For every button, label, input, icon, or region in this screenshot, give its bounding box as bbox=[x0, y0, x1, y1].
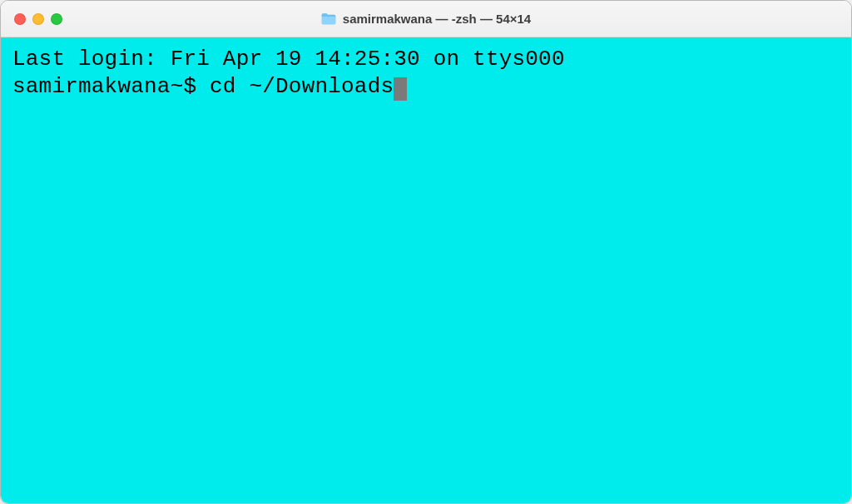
folder-icon bbox=[321, 13, 336, 25]
window-title: samirmakwana — -zsh — 54×14 bbox=[343, 12, 531, 26]
maximize-button[interactable] bbox=[51, 13, 62, 25]
terminal-window: samirmakwana — -zsh — 54×14 Last login: … bbox=[0, 0, 852, 504]
cursor bbox=[394, 77, 407, 101]
close-button[interactable] bbox=[14, 13, 26, 25]
titlebar[interactable]: samirmakwana — -zsh — 54×14 bbox=[1, 1, 851, 37]
terminal-body[interactable]: Last login: Fri Apr 19 14:25:30 on ttys0… bbox=[1, 37, 851, 503]
command-text: cd ~/Downloads bbox=[210, 74, 394, 99]
last-login-line: Last login: Fri Apr 19 14:25:30 on ttys0… bbox=[12, 46, 840, 73]
traffic-lights bbox=[14, 13, 62, 25]
prompt: samirmakwana~$ bbox=[12, 74, 210, 99]
minimize-button[interactable] bbox=[32, 13, 44, 25]
title-center: samirmakwana — -zsh — 54×14 bbox=[1, 12, 851, 26]
prompt-line: samirmakwana~$ cd ~/Downloads bbox=[12, 73, 840, 101]
